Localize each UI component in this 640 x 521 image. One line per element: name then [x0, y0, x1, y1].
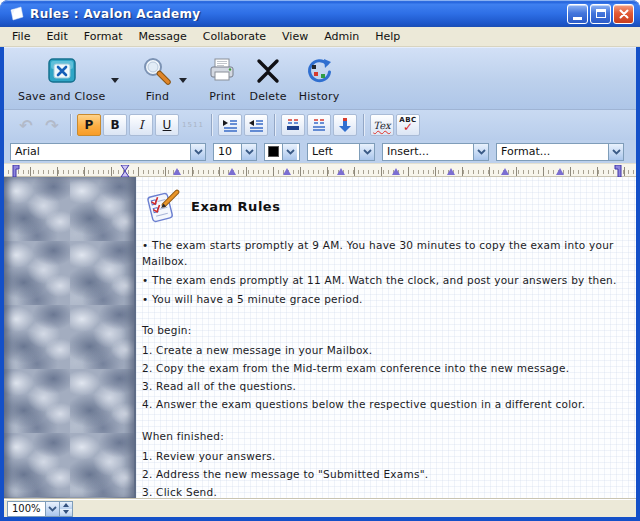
tab-stop-marker[interactable]: [228, 168, 236, 175]
italic-label: I: [139, 118, 144, 132]
indent-increase-button[interactable]: [218, 114, 242, 136]
menu-collaborate[interactable]: Collaborate: [195, 28, 274, 45]
font-family-select[interactable]: Arial: [10, 143, 206, 161]
tab-stop-marker[interactable]: [173, 168, 181, 175]
zoom-dropdown-arrow-icon[interactable]: [45, 502, 59, 516]
menu-message[interactable]: Message: [131, 28, 195, 45]
alignment-select[interactable]: Left: [307, 143, 375, 161]
alignment-value: Left: [308, 145, 359, 158]
right-margin-marker[interactable]: [614, 165, 622, 177]
combo-arrow-icon[interactable]: [282, 144, 297, 160]
combo-arrow-icon[interactable]: [190, 144, 205, 160]
paragraph-spacing-button[interactable]: [307, 114, 331, 136]
tab-stop-marker[interactable]: [447, 168, 455, 175]
underline-button[interactable]: U: [155, 114, 179, 136]
undo-button[interactable]: ↶: [14, 114, 38, 136]
menu-admin[interactable]: Admin: [316, 28, 367, 45]
menu-file[interactable]: File: [4, 28, 38, 45]
ruler[interactable]: [4, 163, 636, 177]
maximize-icon: [596, 9, 606, 18]
section-title: When finished:: [142, 430, 632, 442]
spellcheck-checkmark: ✓: [403, 121, 413, 133]
indent-increase-icon: [222, 118, 238, 132]
left-margin-marker[interactable]: [12, 165, 20, 177]
save-and-close-label: Save and Close: [18, 90, 105, 103]
insert-value: Insert...: [383, 145, 473, 158]
section-title: To begin:: [142, 324, 632, 336]
signature-button[interactable]: Tex: [370, 114, 394, 136]
menu-edit[interactable]: Edit: [38, 28, 75, 45]
list-item: 1. Review your answers.: [142, 447, 632, 465]
indent-decrease-button[interactable]: [244, 114, 268, 136]
zoom-spinner-up-icon[interactable]: [60, 502, 72, 509]
tab-stop-marker[interactable]: [283, 168, 291, 175]
list-item: 3. Read all of the questions.: [142, 377, 632, 395]
tab-stop-marker[interactable]: [337, 168, 345, 175]
minimize-icon: [573, 17, 582, 20]
combo-arrow-icon[interactable]: [359, 144, 374, 160]
spellcheck-button[interactable]: ABC ✓: [396, 114, 420, 136]
history-icon: [304, 56, 334, 86]
content-area: Exam Rules • The exam starts promptly at…: [4, 177, 636, 499]
line-spacing-icon: [285, 118, 301, 132]
window-title: Rules : Avalon Academy: [30, 7, 567, 21]
indent-marker[interactable]: [120, 165, 130, 177]
exam-rules-icon: [144, 189, 182, 223]
find-icon: [141, 56, 173, 86]
tab-stop-marker[interactable]: [501, 168, 509, 175]
combo-arrow-icon[interactable]: [608, 144, 623, 160]
combo-arrow-icon[interactable]: [473, 144, 488, 160]
menu-bar: File Edit Format Message Collaborate Vie…: [0, 27, 640, 47]
bold-button[interactable]: B: [103, 114, 127, 136]
redo-button[interactable]: ↷: [40, 114, 64, 136]
italic-button[interactable]: I: [129, 114, 153, 136]
paragraph-style-button[interactable]: P: [77, 114, 101, 136]
combo-arrow-icon[interactable]: [241, 144, 256, 160]
signature-icon: Tex: [373, 120, 390, 131]
save-and-close-button[interactable]: Save and Close: [12, 52, 111, 104]
message-body[interactable]: Exam Rules • The exam starts promptly at…: [136, 177, 636, 499]
exam-rule-bullet: • The exam starts promptly at 9 AM. You …: [142, 237, 632, 269]
print-button[interactable]: Print: [201, 52, 243, 104]
format-value: Format...: [497, 145, 608, 158]
find-label: Find: [146, 90, 169, 103]
title-bar[interactable]: Rules : Avalon Academy: [0, 0, 640, 27]
page-title: Exam Rules: [191, 199, 280, 214]
fixed-font-label: 1511: [182, 121, 204, 129]
close-button[interactable]: [613, 4, 634, 24]
menu-help[interactable]: Help: [367, 28, 408, 45]
insert-select[interactable]: Insert...: [382, 143, 489, 161]
maximize-button[interactable]: [590, 4, 611, 24]
save-and-close-icon: [46, 56, 78, 86]
tab-stop-marker[interactable]: [556, 168, 564, 175]
menu-format[interactable]: Format: [76, 28, 131, 45]
exam-rule-bullet: • You will have a 5 minute grace period.: [142, 291, 632, 307]
fixed-font-button[interactable]: 1511: [181, 114, 205, 136]
history-button[interactable]: History: [293, 52, 346, 104]
minimize-button[interactable]: [567, 4, 588, 24]
insert-marker-button[interactable]: [333, 114, 357, 136]
find-dropdown-arrow-icon[interactable]: [179, 78, 187, 83]
zoom-level-value: 100%: [8, 502, 45, 516]
zoom-spinner[interactable]: [59, 502, 72, 516]
exam-rule-bullet: • The exam ends promptly at 11 AM. Watch…: [142, 272, 632, 288]
down-arrow-icon: [338, 117, 352, 133]
zoom-control[interactable]: 100%: [7, 501, 73, 517]
save-dropdown-arrow-icon[interactable]: [111, 78, 119, 83]
toolbar-separator: [211, 114, 212, 136]
tab-stop-marker[interactable]: [392, 168, 400, 175]
menu-view[interactable]: View: [274, 28, 316, 45]
delete-button[interactable]: Delete: [243, 52, 292, 104]
format-select[interactable]: Format...: [496, 143, 624, 161]
zoom-spinner-down-icon[interactable]: [60, 509, 72, 516]
find-button[interactable]: Find: [135, 52, 179, 104]
status-bar: 100%: [4, 499, 636, 517]
toolbar-separator: [363, 114, 364, 136]
font-size-select[interactable]: 10: [213, 143, 257, 161]
history-label: History: [299, 90, 340, 103]
underline-label: U: [163, 118, 172, 132]
font-color-select[interactable]: [264, 143, 300, 161]
line-spacing-button[interactable]: [281, 114, 305, 136]
format-toolbar: ↶ ↷ P B I U 1511: [4, 109, 636, 140]
document-icon: [8, 6, 25, 22]
